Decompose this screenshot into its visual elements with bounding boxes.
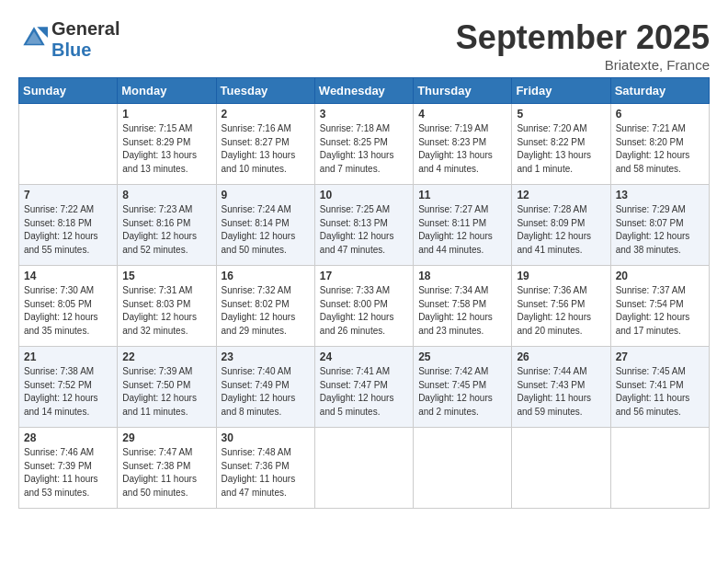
day-number: 23 — [222, 350, 310, 363]
day-number: 11 — [418, 189, 506, 201]
calendar-cell: 15Sunrise: 7:31 AM Sunset: 8:03 PM Dayli… — [118, 266, 216, 347]
calendar-cell: 1Sunrise: 7:15 AM Sunset: 8:29 PM Daylig… — [118, 104, 216, 185]
calendar-cell: 19Sunrise: 7:36 AM Sunset: 7:56 PM Dayli… — [512, 266, 610, 347]
day-header-wednesday: Wednesday — [314, 78, 413, 104]
day-info: Sunrise: 7:22 AM Sunset: 8:18 PM Dayligh… — [24, 203, 112, 257]
day-info: Sunrise: 7:31 AM Sunset: 8:03 PM Dayligh… — [122, 284, 210, 338]
calendar-cell: 14Sunrise: 7:30 AM Sunset: 8:05 PM Dayli… — [19, 266, 118, 347]
day-info: Sunrise: 7:19 AM Sunset: 8:23 PM Dayligh… — [418, 122, 506, 176]
logo: General Blue — [18, 18, 119, 61]
day-number: 10 — [320, 189, 408, 201]
day-number: 9 — [222, 189, 310, 201]
day-header-friday: Friday — [512, 78, 610, 104]
day-info: Sunrise: 7:27 AM Sunset: 8:11 PM Dayligh… — [418, 203, 506, 257]
calendar-cell: 6Sunrise: 7:21 AM Sunset: 8:20 PM Daylig… — [610, 104, 709, 185]
day-info: Sunrise: 7:38 AM Sunset: 7:52 PM Dayligh… — [24, 365, 112, 419]
calendar-week-row: 1Sunrise: 7:15 AM Sunset: 8:29 PM Daylig… — [19, 104, 710, 185]
day-info: Sunrise: 7:28 AM Sunset: 8:09 PM Dayligh… — [517, 203, 605, 257]
day-info: Sunrise: 7:46 AM Sunset: 7:39 PM Dayligh… — [24, 446, 112, 500]
day-number: 6 — [616, 108, 704, 121]
day-number: 2 — [222, 108, 310, 121]
calendar-cell: 25Sunrise: 7:42 AM Sunset: 7:45 PM Dayli… — [414, 347, 512, 428]
calendar-cell: 5Sunrise: 7:20 AM Sunset: 8:22 PM Daylig… — [512, 104, 610, 185]
day-info: Sunrise: 7:21 AM Sunset: 8:20 PM Dayligh… — [616, 122, 704, 176]
calendar-cell: 29Sunrise: 7:47 AM Sunset: 7:38 PM Dayli… — [118, 428, 216, 509]
day-info: Sunrise: 7:24 AM Sunset: 8:14 PM Dayligh… — [222, 203, 310, 257]
calendar-cell: 18Sunrise: 7:34 AM Sunset: 7:58 PM Dayli… — [414, 266, 512, 347]
day-info: Sunrise: 7:47 AM Sunset: 7:38 PM Dayligh… — [122, 446, 210, 500]
calendar-cell: 12Sunrise: 7:28 AM Sunset: 8:09 PM Dayli… — [512, 185, 610, 266]
day-number: 3 — [320, 108, 408, 121]
calendar-week-row: 7Sunrise: 7:22 AM Sunset: 8:18 PM Daylig… — [19, 185, 710, 266]
calendar-cell: 11Sunrise: 7:27 AM Sunset: 8:11 PM Dayli… — [414, 185, 512, 266]
calendar-cell — [414, 428, 512, 509]
day-number: 5 — [517, 108, 605, 121]
day-number: 14 — [24, 270, 112, 282]
day-info: Sunrise: 7:40 AM Sunset: 7:49 PM Dayligh… — [222, 365, 310, 419]
day-header-thursday: Thursday — [414, 78, 512, 104]
day-number: 30 — [222, 431, 310, 444]
day-info: Sunrise: 7:33 AM Sunset: 8:00 PM Dayligh… — [320, 284, 408, 338]
day-number: 27 — [616, 350, 704, 363]
day-info: Sunrise: 7:45 AM Sunset: 7:41 PM Dayligh… — [616, 365, 704, 419]
day-number: 19 — [517, 270, 605, 282]
calendar-week-row: 14Sunrise: 7:30 AM Sunset: 8:05 PM Dayli… — [19, 266, 710, 347]
day-info: Sunrise: 7:39 AM Sunset: 7:50 PM Dayligh… — [122, 365, 210, 419]
day-number: 8 — [122, 189, 210, 201]
day-number: 26 — [517, 350, 605, 363]
calendar-cell — [314, 428, 413, 509]
calendar-cell: 22Sunrise: 7:39 AM Sunset: 7:50 PM Dayli… — [118, 347, 216, 428]
calendar-wrapper: SundayMondayTuesdayWednesdayThursdayFrid… — [9, 77, 719, 518]
day-info: Sunrise: 7:23 AM Sunset: 8:16 PM Dayligh… — [122, 203, 210, 257]
day-info: Sunrise: 7:36 AM Sunset: 7:56 PM Dayligh… — [517, 284, 605, 338]
day-number: 7 — [24, 189, 112, 201]
calendar-week-row: 28Sunrise: 7:46 AM Sunset: 7:39 PM Dayli… — [19, 428, 710, 509]
logo-blue: Blue — [51, 40, 91, 60]
location: Briatexte, France — [456, 57, 710, 73]
calendar-cell — [610, 428, 709, 509]
day-header-tuesday: Tuesday — [216, 78, 314, 104]
calendar-cell: 4Sunrise: 7:19 AM Sunset: 8:23 PM Daylig… — [414, 104, 512, 185]
day-info: Sunrise: 7:25 AM Sunset: 8:13 PM Dayligh… — [320, 203, 408, 257]
day-number: 18 — [418, 270, 506, 282]
day-header-saturday: Saturday — [610, 78, 709, 104]
day-number: 22 — [122, 350, 210, 363]
day-header-sunday: Sunday — [19, 78, 118, 104]
calendar-table: SundayMondayTuesdayWednesdayThursdayFrid… — [18, 77, 710, 509]
day-number: 29 — [122, 431, 210, 444]
day-info: Sunrise: 7:34 AM Sunset: 7:58 PM Dayligh… — [418, 284, 506, 338]
day-info: Sunrise: 7:41 AM Sunset: 7:47 PM Dayligh… — [320, 365, 408, 419]
title-block: September 2025 Briatexte, France — [456, 18, 710, 73]
day-number: 4 — [418, 108, 506, 121]
day-info: Sunrise: 7:20 AM Sunset: 8:22 PM Dayligh… — [517, 122, 605, 176]
calendar-cell — [19, 104, 118, 185]
calendar-cell: 3Sunrise: 7:18 AM Sunset: 8:25 PM Daylig… — [314, 104, 413, 185]
calendar-cell: 24Sunrise: 7:41 AM Sunset: 7:47 PM Dayli… — [314, 347, 413, 428]
calendar-header-row: SundayMondayTuesdayWednesdayThursdayFrid… — [19, 78, 710, 104]
day-number: 15 — [122, 270, 210, 282]
month-title: September 2025 — [456, 18, 710, 57]
day-number: 16 — [222, 270, 310, 282]
day-info: Sunrise: 7:16 AM Sunset: 8:27 PM Dayligh… — [222, 122, 310, 176]
day-info: Sunrise: 7:37 AM Sunset: 7:54 PM Dayligh… — [616, 284, 704, 338]
calendar-cell: 28Sunrise: 7:46 AM Sunset: 7:39 PM Dayli… — [19, 428, 118, 509]
calendar-week-row: 21Sunrise: 7:38 AM Sunset: 7:52 PM Dayli… — [19, 347, 710, 428]
calendar-cell: 13Sunrise: 7:29 AM Sunset: 8:07 PM Dayli… — [610, 185, 709, 266]
day-number: 20 — [616, 270, 704, 282]
calendar-cell — [512, 428, 610, 509]
day-info: Sunrise: 7:32 AM Sunset: 8:02 PM Dayligh… — [222, 284, 310, 338]
logo-icon — [20, 24, 48, 52]
day-info: Sunrise: 7:44 AM Sunset: 7:43 PM Dayligh… — [517, 365, 605, 419]
page-header: General Blue September 2025 Briatexte, F… — [9, 9, 719, 77]
calendar-cell: 8Sunrise: 7:23 AM Sunset: 8:16 PM Daylig… — [118, 185, 216, 266]
calendar-cell: 2Sunrise: 7:16 AM Sunset: 8:27 PM Daylig… — [216, 104, 314, 185]
calendar-cell: 27Sunrise: 7:45 AM Sunset: 7:41 PM Dayli… — [610, 347, 709, 428]
calendar-cell: 7Sunrise: 7:22 AM Sunset: 8:18 PM Daylig… — [19, 185, 118, 266]
day-info: Sunrise: 7:15 AM Sunset: 8:29 PM Dayligh… — [122, 122, 210, 176]
calendar-cell: 10Sunrise: 7:25 AM Sunset: 8:13 PM Dayli… — [314, 185, 413, 266]
calendar-cell: 21Sunrise: 7:38 AM Sunset: 7:52 PM Dayli… — [19, 347, 118, 428]
day-info: Sunrise: 7:18 AM Sunset: 8:25 PM Dayligh… — [320, 122, 408, 176]
day-info: Sunrise: 7:29 AM Sunset: 8:07 PM Dayligh… — [616, 203, 704, 257]
day-number: 21 — [24, 350, 112, 363]
day-number: 1 — [122, 108, 210, 121]
